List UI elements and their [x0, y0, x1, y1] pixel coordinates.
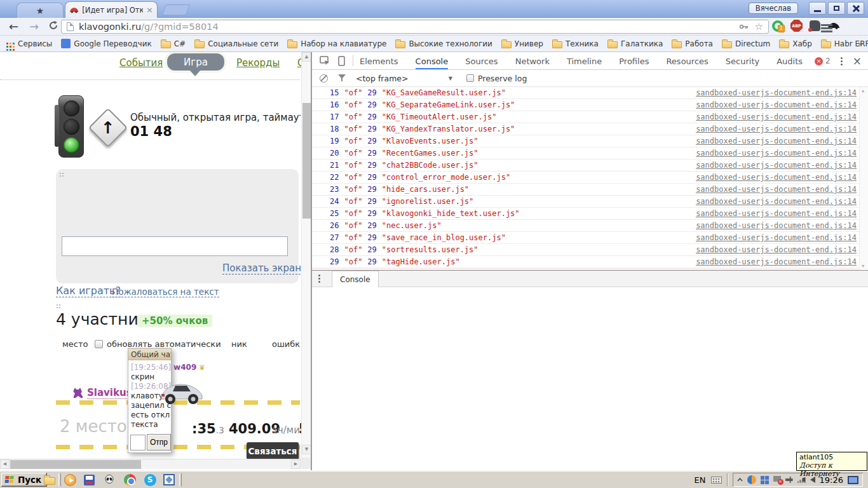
quicklaunch-explorer-icon[interactable] — [42, 473, 57, 487]
clear-console-icon[interactable] — [320, 74, 328, 83]
restore-button[interactable] — [828, 2, 845, 15]
source-link[interactable]: sandboxed-userjs-document-end.js:14 — [696, 87, 857, 98]
keyboard-layout-icon[interactable] — [711, 477, 722, 484]
tab-close-icon[interactable]: × — [146, 6, 153, 14]
drawer-menu-icon[interactable] — [318, 273, 320, 284]
devtools-tab-audits[interactable]: Audits — [776, 53, 803, 69]
devtools-tab-resources[interactable]: Resources — [666, 53, 708, 69]
source-link[interactable]: sandboxed-userjs-document-end.js:14 — [696, 99, 857, 111]
quicklaunch-media-player-icon[interactable] — [62, 473, 78, 487]
drag-handle[interactable] — [59, 172, 64, 177]
close-button[interactable] — [847, 2, 864, 15]
scrollbar-thumb[interactable] — [10, 460, 141, 469]
quicklaunch-virtualbox-icon[interactable] — [161, 473, 177, 487]
tray-app-icon[interactable] — [747, 475, 756, 484]
network-error-tray-icon[interactable] — [773, 476, 781, 482]
contact-button[interactable]: Связаться — [247, 442, 299, 459]
start-button[interactable]: Пуск — [1, 473, 47, 487]
devtools-tab-sources[interactable]: Sources — [465, 53, 498, 69]
source-link[interactable]: sandboxed-userjs-document-end.js:14 — [696, 208, 857, 219]
bookmarks-overflow-icon[interactable]: » — [857, 39, 863, 49]
devtools-close-icon[interactable]: × — [853, 56, 862, 67]
nav-events-link[interactable]: События — [119, 57, 163, 69]
chat-popup-title[interactable]: Общий чат — [128, 349, 171, 360]
source-link[interactable]: sandboxed-userjs-document-end.js:14 — [696, 111, 857, 123]
report-text-link[interactable]: Пожаловаться на текст — [112, 287, 219, 297]
devtools-tab-network[interactable]: Network — [515, 53, 550, 69]
bookmark-item[interactable]: Набор на клавиатуре — [287, 39, 386, 48]
adblock-plus-icon[interactable]: ABP — [790, 20, 803, 32]
bookmark-item[interactable]: Directum — [722, 39, 770, 48]
chat-send-button[interactable]: Отпр — [147, 434, 171, 451]
power-plug-icon[interactable] — [785, 477, 793, 483]
scrollbar-thumb[interactable] — [302, 103, 311, 219]
profile-name-button[interactable]: Вячеслав — [749, 3, 798, 14]
bookmark-item[interactable]: Социальные сети — [194, 39, 278, 48]
nav-game-tab-active[interactable]: Игра — [167, 53, 224, 71]
preserve-log-checkbox[interactable] — [466, 74, 474, 82]
error-count-badge[interactable]: × 2 — [815, 57, 831, 65]
expand-caret-icon[interactable]: ▼ — [329, 268, 332, 270]
reload-button[interactable] — [48, 19, 58, 34]
page-vertical-scrollbar[interactable]: ▲ ▼ — [301, 52, 311, 458]
scroll-left-icon[interactable]: ◀ — [0, 459, 10, 469]
scroll-up-icon[interactable]: ▲ — [302, 52, 311, 62]
autoupdate-checkbox[interactable] — [95, 340, 103, 348]
drawer-console-tab[interactable]: Console — [332, 271, 379, 287]
source-link[interactable]: sandboxed-userjs-document-end.js:14 — [696, 184, 857, 195]
page-horizontal-scrollbar[interactable]: ◀ ▶ — [0, 459, 301, 469]
source-link[interactable]: sandboxed-userjs-document-end.js:14 — [696, 244, 857, 255]
source-link[interactable]: sandboxed-userjs-document-end.js:14 — [696, 196, 857, 207]
typing-input[interactable] — [62, 236, 288, 256]
source-link[interactable]: sandboxed-userjs-document-end.js:14 — [696, 159, 857, 171]
menu-icon[interactable] — [821, 24, 832, 34]
frame-selector[interactable]: <top frame>▼ — [356, 74, 452, 83]
source-link[interactable]: sandboxed-userjs-document-end.js:14 — [696, 232, 857, 243]
new-tab-button[interactable] — [162, 4, 191, 15]
extension-green-icon[interactable]: 1 — [772, 20, 783, 32]
pinned-tab[interactable]: ★ — [17, 3, 64, 18]
key-icon[interactable] — [740, 24, 749, 29]
scroll-up-icon[interactable]: ▲ — [862, 88, 864, 93]
quicklaunch-chrome-icon[interactable] — [122, 473, 137, 487]
nav-records-link[interactable]: Рекорды — [236, 57, 280, 69]
how-to-play-link[interactable]: Как играть? — [56, 285, 121, 297]
source-link[interactable]: sandboxed-userjs-document-end.js:14 — [696, 147, 857, 159]
devtools-tab-timeline[interactable]: Timeline — [567, 53, 602, 69]
devtools-menu-icon[interactable] — [841, 56, 843, 67]
devtools-tab-security[interactable]: Security — [726, 53, 759, 69]
devtools-tab-profiles[interactable]: Profiles — [619, 53, 649, 69]
device-toolbar-icon[interactable] — [338, 56, 345, 66]
bookmark-item[interactable]: Работа — [672, 39, 713, 48]
bookmark-item[interactable]: Google Переводчик — [61, 39, 151, 48]
bookmark-item[interactable]: Техника — [552, 39, 599, 48]
bookmark-item[interactable]: Высокие технологии — [395, 39, 492, 48]
language-indicator[interactable]: EN — [695, 475, 706, 485]
chat-username[interactable]: w409 — [173, 363, 196, 372]
minimize-button[interactable] — [809, 2, 826, 15]
bookmark-item[interactable]: Хабр — [779, 39, 812, 48]
scroll-right-icon[interactable]: ▶ — [291, 459, 301, 469]
source-link[interactable]: sandboxed-userjs-document-end.js:14 — [696, 172, 857, 183]
source-link[interactable]: sandboxed-userjs-document-end.js:14 — [696, 123, 857, 135]
quicklaunch-skype-icon[interactable]: S — [142, 473, 158, 487]
filter-icon[interactable] — [338, 74, 346, 82]
forward-button[interactable]: → — [29, 19, 39, 34]
source-link[interactable]: sandboxed-userjs-document-end.js:14 — [696, 135, 857, 147]
show-screen-keyboard-link[interactable]: Показать экранну — [222, 262, 311, 274]
back-button[interactable]: ← — [9, 19, 18, 34]
bookmark-item[interactable]: Сервисы — [5, 39, 52, 48]
bookmark-item[interactable]: Универ — [501, 39, 543, 48]
devtools-tab-console[interactable]: Console — [416, 53, 449, 69]
inspect-element-icon[interactable] — [320, 56, 330, 65]
drag-handle[interactable] — [56, 304, 61, 309]
bookmark-star-icon[interactable]: ☆ — [755, 21, 763, 32]
evernote-icon[interactable] — [810, 20, 820, 31]
tray-windows-icon[interactable] — [761, 476, 769, 484]
active-tab[interactable]: [Идет игра] Открытая игра × — [65, 1, 158, 18]
quicklaunch-save-icon[interactable] — [81, 473, 97, 487]
chat-input[interactable] — [130, 435, 146, 451]
bookmark-item[interactable]: Галаткика — [607, 39, 663, 48]
hidden-icons-chevron[interactable] — [737, 478, 743, 482]
source-link[interactable]: sandboxed-userjs-document-end.js:14 — [696, 220, 857, 231]
